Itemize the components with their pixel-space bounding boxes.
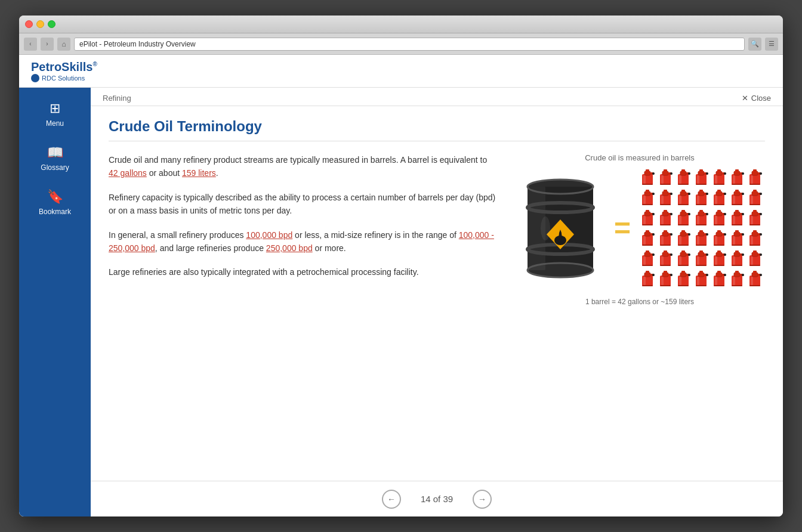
gas-can-icon [693, 249, 709, 267]
svg-rect-188 [717, 230, 721, 233]
svg-rect-198 [733, 236, 735, 245]
svg-rect-115 [642, 224, 653, 225]
svg-rect-55 [753, 169, 757, 172]
svg-rect-44 [715, 175, 717, 184]
svg-rect-107 [751, 196, 753, 204]
svg-rect-73 [660, 204, 671, 205]
svg-rect-216 [664, 250, 667, 253]
svg-rect-100 [733, 196, 735, 204]
svg-point-197 [742, 233, 744, 236]
svg-point-120 [670, 213, 673, 215]
svg-rect-255 [749, 265, 760, 266]
gas-can-icon [729, 209, 745, 227]
glossary-icon: 📖 [47, 145, 63, 160]
back-button[interactable]: ‹ [24, 38, 37, 51]
svg-rect-108 [749, 204, 760, 205]
svg-rect-276 [678, 285, 689, 286]
browser-menu-button[interactable]: ☰ [765, 38, 778, 51]
gas-can-icon [711, 249, 727, 267]
gas-can-icon [711, 229, 727, 247]
svg-rect-262 [642, 285, 653, 286]
rdc-logo: RDC Solutions [31, 74, 97, 82]
svg-rect-303 [751, 277, 753, 285]
next-button[interactable]: → [473, 490, 492, 509]
svg-rect-17 [642, 184, 653, 185]
sidebar: ⊞ Menu 📖 Glossary 🔖 Bookmark [19, 88, 91, 516]
svg-point-190 [724, 233, 726, 236]
sidebar-item-bookmark[interactable]: 🔖 Bookmark [19, 182, 91, 223]
svg-point-106 [760, 193, 762, 195]
close-button[interactable]: ✕ Close [742, 94, 771, 103]
search-button[interactable]: 🔍 [748, 38, 761, 51]
content-grid: Crude oil and many refinery product stre… [109, 153, 765, 469]
svg-point-99 [742, 193, 744, 195]
svg-rect-248 [732, 265, 742, 266]
svg-point-141 [724, 213, 726, 215]
svg-point-288 [724, 274, 726, 276]
svg-rect-114 [643, 216, 646, 224]
barrel-visual: = [514, 168, 765, 289]
window-frame: ‹ › ⌂ ePilot - Petroleum Industry Overvi… [19, 16, 783, 516]
svg-rect-230 [699, 250, 703, 253]
gas-can-icon [658, 188, 673, 206]
svg-rect-209 [646, 250, 649, 253]
svg-rect-293 [735, 271, 739, 274]
svg-rect-254 [751, 256, 753, 265]
svg-rect-86 [697, 196, 699, 204]
svg-point-57 [760, 172, 762, 175]
home-button[interactable]: ⌂ [57, 38, 70, 51]
prev-button[interactable]: ← [382, 490, 401, 509]
maximize-traffic-light[interactable] [48, 20, 55, 28]
svg-point-85 [706, 193, 708, 195]
svg-point-155 [760, 213, 762, 215]
svg-rect-233 [697, 256, 699, 265]
svg-rect-146 [735, 210, 739, 213]
title-bar [19, 16, 783, 33]
sidebar-glossary-label: Glossary [41, 163, 69, 172]
gas-can-icon [675, 270, 691, 287]
app-content: PetroSkills® RDC Solutions ⊞ Menu 📖 Glos… [19, 55, 783, 516]
svg-point-36 [706, 172, 708, 175]
gas-can-icon [711, 188, 727, 206]
url-bar[interactable]: ePilot - Petroleum Industry Overview [74, 38, 745, 51]
sidebar-item-glossary[interactable]: 📖 Glossary [19, 138, 91, 179]
close-traffic-light[interactable] [25, 20, 33, 28]
svg-rect-93 [715, 196, 717, 204]
svg-rect-297 [732, 285, 742, 286]
svg-point-211 [652, 253, 655, 256]
logo-area: PetroSkills® RDC Solutions [31, 60, 97, 82]
svg-point-78 [688, 193, 690, 195]
svg-rect-241 [714, 265, 724, 266]
sidebar-bookmark-label: Bookmark [39, 208, 71, 216]
svg-point-64 [652, 193, 655, 195]
svg-rect-261 [643, 277, 646, 285]
minimize-traffic-light[interactable] [36, 20, 44, 28]
sidebar-item-menu[interactable]: ⊞ Menu [19, 94, 91, 135]
gas-can-icon [693, 188, 709, 206]
sidebar-menu-label: Menu [46, 119, 64, 128]
gas-can-icon [658, 229, 673, 247]
content-body: Crude Oil Terminology Crude oil and many… [91, 106, 783, 481]
svg-rect-192 [714, 245, 724, 246]
svg-rect-90 [717, 190, 721, 193]
content-header: Refining ✕ Close [91, 88, 783, 106]
svg-rect-174 [681, 230, 685, 233]
svg-rect-30 [679, 175, 681, 184]
svg-rect-27 [681, 169, 685, 172]
svg-point-43 [724, 172, 726, 175]
svg-rect-62 [646, 190, 649, 193]
svg-rect-34 [699, 169, 703, 172]
svg-rect-143 [714, 224, 724, 225]
svg-point-218 [670, 253, 673, 256]
svg-rect-94 [714, 204, 724, 205]
svg-rect-111 [646, 210, 649, 213]
forward-button[interactable]: › [41, 38, 54, 51]
svg-rect-206 [749, 245, 760, 246]
svg-rect-212 [643, 256, 646, 265]
svg-point-239 [724, 253, 726, 256]
svg-rect-170 [661, 236, 664, 245]
barrel-image [516, 175, 605, 282]
gas-can-icon [640, 168, 655, 186]
svg-rect-122 [660, 224, 671, 225]
svg-rect-13 [646, 169, 649, 172]
